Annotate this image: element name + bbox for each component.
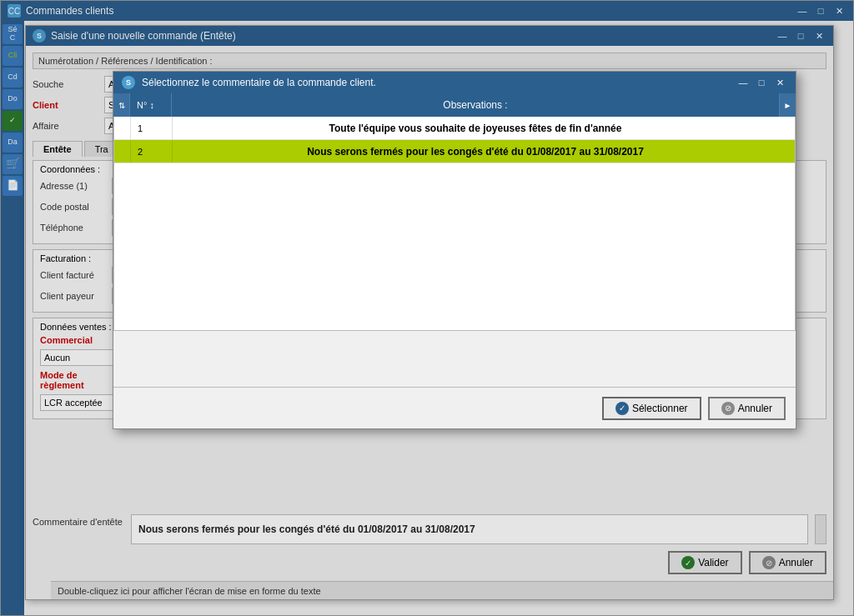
obs-table-header: ⇅ N° ↕ Observations : ► xyxy=(113,93,796,117)
modal-maximize-button[interactable]: □ xyxy=(754,76,769,89)
row-obs-1: Toute l'équipe vous souhaite de joyeuses… xyxy=(173,123,778,134)
modal-footer: ✓ Sélectionner ⊘ Annuler xyxy=(113,387,796,428)
row-obs-2: Nous serons fermés pour les congés d'été… xyxy=(173,146,778,158)
table-empty-rows xyxy=(114,163,795,330)
row-sort-spacer-2 xyxy=(114,140,131,163)
modal-cancel-button[interactable]: ⊘ Annuler xyxy=(708,397,786,420)
table-row[interactable]: 1 Toute l'équipe vous souhaite de joyeus… xyxy=(114,117,795,140)
sort-button[interactable]: ⇅ xyxy=(113,93,130,117)
modal-cancel-label: Annuler xyxy=(738,403,772,414)
modal-titlebar: S Sélectionnez le commentaire de la comm… xyxy=(113,72,796,93)
modal-minimize-button[interactable]: — xyxy=(736,76,751,89)
modal-close-button[interactable]: ✕ xyxy=(772,76,787,89)
modal-icon: S xyxy=(122,76,135,89)
modal-select-label: Sélectionner xyxy=(632,403,688,414)
table-row[interactable]: 2 Nous serons fermés pour les congés d'é… xyxy=(114,140,795,163)
modal-controls[interactable]: — □ ✕ xyxy=(736,76,787,89)
modal-select-button[interactable]: ✓ Sélectionner xyxy=(602,397,701,420)
row-scroll-spacer-2 xyxy=(778,140,795,163)
modal-window: S Sélectionnez le commentaire de la comm… xyxy=(113,71,796,429)
col-obs-header: Observations : xyxy=(172,93,779,117)
col-num-header: N° ↕ xyxy=(130,93,172,117)
obs-table: ⇅ N° ↕ Observations : ► 1 Toute l'équipe… xyxy=(113,93,796,387)
col-scroll-btn[interactable]: ► xyxy=(779,93,796,117)
modal-content: ⇅ N° ↕ Observations : ► 1 Toute l'équipe… xyxy=(113,93,796,428)
row-num-2: 2 xyxy=(131,140,173,163)
row-sort-spacer xyxy=(114,117,131,139)
row-num-1: 1 xyxy=(131,117,173,139)
modal-cancel-icon: ⊘ xyxy=(721,402,735,415)
row-scroll-spacer xyxy=(778,117,795,139)
table-body: 1 Toute l'équipe vous souhaite de joyeus… xyxy=(113,117,796,331)
modal-title: Sélectionnez le commentaire de la comman… xyxy=(142,77,376,88)
modal-select-icon: ✓ xyxy=(615,402,629,415)
